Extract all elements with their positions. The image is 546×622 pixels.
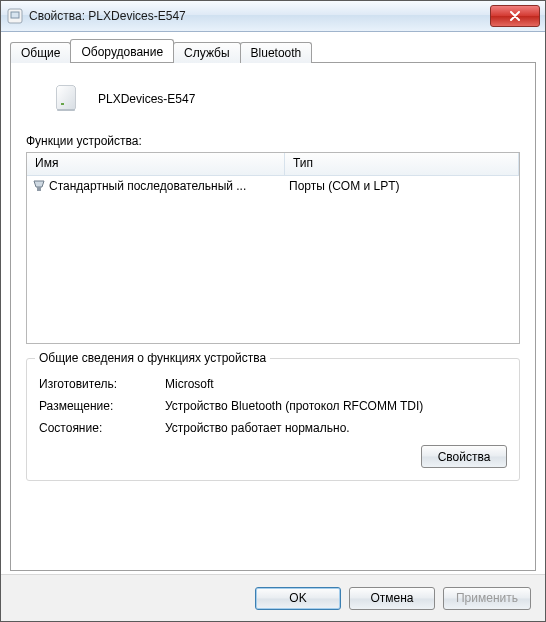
properties-window: Свойства: PLXDevices-E547 Общие Оборудов… [0,0,546,622]
manufacturer-label: Изготовитель: [39,377,165,391]
close-button[interactable] [490,5,540,27]
device-name: PLXDevices-E547 [98,92,195,106]
svg-rect-6 [37,187,41,191]
status-label: Состояние: [39,421,165,435]
tab-services[interactable]: Службы [173,42,240,63]
row-name: Стандартный последовательный ... [49,179,246,193]
status-value: Устройство работает нормально. [165,421,350,435]
svg-rect-5 [57,109,75,111]
functions-label: Функции устройства: [26,134,520,148]
tab-strip: Общие Оборудование Службы Bluetooth [10,39,536,62]
tab-hardware[interactable]: Оборудование [70,39,174,62]
location-value: Устройство Bluetooth (протокол RFCOMM TD… [165,399,423,413]
column-name[interactable]: Имя [27,153,285,175]
cancel-button[interactable]: Отмена [349,587,435,610]
svg-rect-3 [57,86,75,110]
properties-button[interactable]: Свойства [421,445,507,468]
group-title: Общие сведения о функциях устройства [35,351,270,365]
column-type[interactable]: Тип [285,153,519,175]
device-icon [50,82,84,116]
client-area: Общие Оборудование Службы Bluetooth [10,39,536,571]
list-header: Имя Тип [27,153,519,176]
titlebar: Свойства: PLXDevices-E547 [1,1,545,32]
location-label: Размещение: [39,399,165,413]
row-type: Порты (COM и LPT) [285,179,519,193]
dialog-button-bar: OK Отмена Применить [1,574,545,621]
tab-general[interactable]: Общие [10,42,71,63]
device-functions-list[interactable]: Имя Тип Стандартный последовательный ... [26,152,520,344]
ok-button[interactable]: OK [255,587,341,610]
window-title: Свойства: PLXDevices-E547 [29,9,490,23]
close-icon [509,11,521,21]
function-details-group: Общие сведения о функциях устройства Изг… [26,358,520,481]
tab-page-hardware: PLXDevices-E547 Функции устройства: Имя … [10,62,536,571]
list-row[interactable]: Стандартный последовательный ... Порты (… [27,176,519,196]
tab-bluetooth[interactable]: Bluetooth [240,42,313,63]
svg-rect-1 [11,12,19,18]
device-header: PLXDevices-E547 [50,82,520,116]
apply-button[interactable]: Применить [443,587,531,610]
port-icon [31,178,47,194]
svg-rect-4 [61,103,64,105]
window-icon [7,8,23,24]
manufacturer-value: Microsoft [165,377,214,391]
